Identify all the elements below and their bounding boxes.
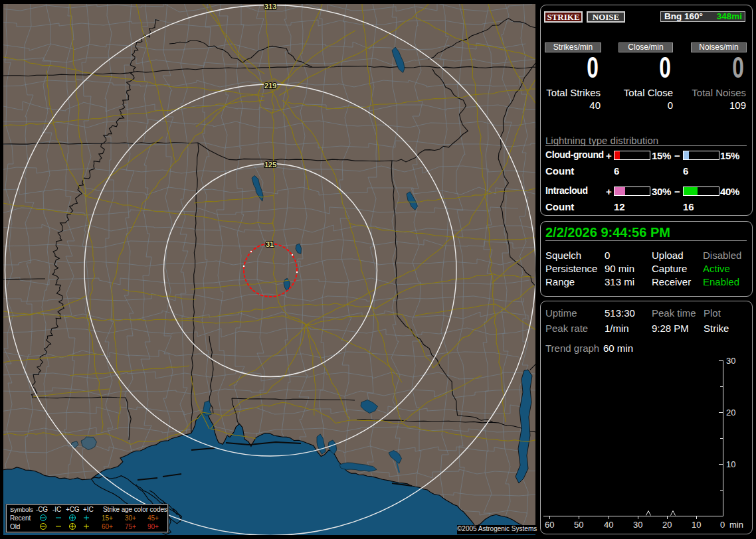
svg-text:10: 10 (692, 520, 701, 530)
svg-text:60: 60 (545, 520, 554, 530)
svg-text:30: 30 (726, 356, 735, 366)
svg-text:30: 30 (633, 520, 642, 530)
svg-text:20: 20 (662, 520, 672, 530)
svg-text:20: 20 (726, 408, 735, 418)
svg-text:min: min (729, 520, 743, 530)
svg-text:125: 125 (264, 161, 276, 169)
svg-text:10: 10 (726, 459, 735, 469)
svg-text:31: 31 (266, 240, 274, 248)
svg-text:313: 313 (264, 4, 276, 11)
svg-text:0: 0 (720, 520, 725, 530)
svg-text:50: 50 (574, 520, 583, 530)
svg-text:40: 40 (604, 520, 613, 530)
svg-text:219: 219 (264, 82, 276, 90)
